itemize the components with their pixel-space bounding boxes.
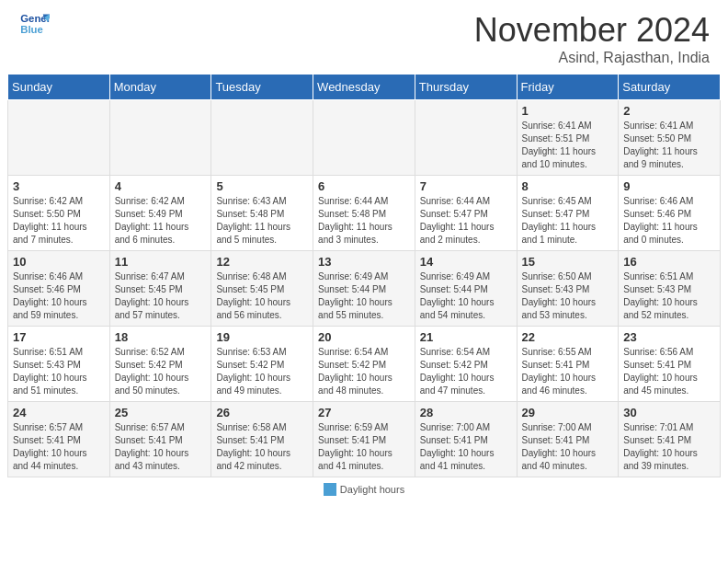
day-number: 12 <box>216 255 308 269</box>
calendar-cell <box>211 100 313 176</box>
day-info: Sunrise: 6:49 AM Sunset: 5:44 PM Dayligh… <box>420 270 512 322</box>
day-info: Sunrise: 6:57 AM Sunset: 5:41 PM Dayligh… <box>115 421 207 473</box>
calendar-header: SundayMondayTuesdayWednesdayThursdayFrid… <box>8 75 721 100</box>
calendar-cell: 27Sunrise: 6:59 AM Sunset: 5:41 PM Dayli… <box>313 402 415 477</box>
day-number: 10 <box>13 255 105 269</box>
day-number: 3 <box>13 179 105 193</box>
day-number: 22 <box>522 330 614 344</box>
day-info: Sunrise: 6:53 AM Sunset: 5:42 PM Dayligh… <box>216 346 308 397</box>
day-number: 27 <box>318 406 410 419</box>
calendar-cell: 16Sunrise: 6:51 AM Sunset: 5:43 PM Dayli… <box>619 251 721 327</box>
calendar-week-0: 1Sunrise: 6:41 AM Sunset: 5:51 PM Daylig… <box>8 100 721 176</box>
calendar-table: SundayMondayTuesdayWednesdayThursdayFrid… <box>7 74 721 477</box>
calendar-week-1: 3Sunrise: 6:42 AM Sunset: 5:50 PM Daylig… <box>8 176 721 251</box>
title-section: November 2024 Asind, Rajasthan, India <box>474 11 710 66</box>
day-number: 18 <box>115 330 207 344</box>
legend-item: Daylight hours <box>324 483 404 496</box>
calendar-cell: 18Sunrise: 6:52 AM Sunset: 5:42 PM Dayli… <box>109 327 211 402</box>
day-number: 19 <box>216 330 308 344</box>
day-info: Sunrise: 7:01 AM Sunset: 5:41 PM Dayligh… <box>623 421 715 473</box>
calendar-cell: 2Sunrise: 6:41 AM Sunset: 5:50 PM Daylig… <box>619 100 721 176</box>
weekday-header-monday: Monday <box>109 75 211 100</box>
logo-icon: General Blue <box>20 11 50 37</box>
day-number: 23 <box>623 330 715 344</box>
day-info: Sunrise: 6:48 AM Sunset: 5:45 PM Dayligh… <box>216 270 308 322</box>
calendar-cell <box>415 100 517 176</box>
day-info: Sunrise: 6:43 AM Sunset: 5:48 PM Dayligh… <box>216 195 308 247</box>
day-number: 8 <box>522 179 614 193</box>
day-number: 30 <box>623 406 715 419</box>
day-number: 21 <box>420 330 512 344</box>
calendar-cell <box>313 100 415 176</box>
calendar-week-2: 10Sunrise: 6:46 AM Sunset: 5:46 PM Dayli… <box>8 251 721 327</box>
page-header: General Blue November 2024 Asind, Rajast… <box>0 0 728 74</box>
day-info: Sunrise: 6:54 AM Sunset: 5:42 PM Dayligh… <box>318 346 410 397</box>
day-info: Sunrise: 6:51 AM Sunset: 5:43 PM Dayligh… <box>623 270 715 322</box>
day-info: Sunrise: 6:44 AM Sunset: 5:48 PM Dayligh… <box>318 195 410 247</box>
calendar-cell: 28Sunrise: 7:00 AM Sunset: 5:41 PM Dayli… <box>415 402 517 477</box>
day-number: 7 <box>420 179 512 193</box>
day-number: 5 <box>216 179 308 193</box>
calendar-cell: 3Sunrise: 6:42 AM Sunset: 5:50 PM Daylig… <box>8 176 110 251</box>
day-info: Sunrise: 6:50 AM Sunset: 5:43 PM Dayligh… <box>522 270 614 322</box>
calendar-week-3: 17Sunrise: 6:51 AM Sunset: 5:43 PM Dayli… <box>8 327 721 402</box>
day-info: Sunrise: 6:52 AM Sunset: 5:42 PM Dayligh… <box>115 346 207 397</box>
day-number: 29 <box>522 406 614 419</box>
calendar-cell <box>109 100 211 176</box>
day-info: Sunrise: 6:41 AM Sunset: 5:51 PM Dayligh… <box>522 120 614 171</box>
day-info: Sunrise: 6:45 AM Sunset: 5:47 PM Dayligh… <box>522 195 614 247</box>
day-info: Sunrise: 6:41 AM Sunset: 5:50 PM Dayligh… <box>623 120 715 171</box>
calendar-cell: 10Sunrise: 6:46 AM Sunset: 5:46 PM Dayli… <box>8 251 110 327</box>
legend: Daylight hours <box>0 477 728 500</box>
calendar-cell: 30Sunrise: 7:01 AM Sunset: 5:41 PM Dayli… <box>619 402 721 477</box>
legend-label: Daylight hours <box>340 484 404 495</box>
calendar-cell: 6Sunrise: 6:44 AM Sunset: 5:48 PM Daylig… <box>313 176 415 251</box>
day-number: 6 <box>318 179 410 193</box>
calendar-cell: 5Sunrise: 6:43 AM Sunset: 5:48 PM Daylig… <box>211 176 313 251</box>
calendar-cell: 21Sunrise: 6:54 AM Sunset: 5:42 PM Dayli… <box>415 327 517 402</box>
day-number: 14 <box>420 255 512 269</box>
calendar-cell: 12Sunrise: 6:48 AM Sunset: 5:45 PM Dayli… <box>211 251 313 327</box>
weekday-header-thursday: Thursday <box>415 75 517 100</box>
day-number: 2 <box>623 104 715 118</box>
day-info: Sunrise: 6:46 AM Sunset: 5:46 PM Dayligh… <box>623 195 715 247</box>
day-info: Sunrise: 6:56 AM Sunset: 5:41 PM Dayligh… <box>623 346 715 397</box>
calendar-body: 1Sunrise: 6:41 AM Sunset: 5:51 PM Daylig… <box>8 100 721 477</box>
calendar-cell: 22Sunrise: 6:55 AM Sunset: 5:41 PM Dayli… <box>517 327 619 402</box>
calendar-cell: 14Sunrise: 6:49 AM Sunset: 5:44 PM Dayli… <box>415 251 517 327</box>
day-number: 26 <box>216 406 308 419</box>
weekday-header-saturday: Saturday <box>619 75 721 100</box>
location-subtitle: Asind, Rajasthan, India <box>474 50 710 66</box>
day-info: Sunrise: 6:49 AM Sunset: 5:44 PM Dayligh… <box>318 270 410 322</box>
day-number: 9 <box>623 179 715 193</box>
day-number: 20 <box>318 330 410 344</box>
day-info: Sunrise: 6:44 AM Sunset: 5:47 PM Dayligh… <box>420 195 512 247</box>
calendar-cell: 8Sunrise: 6:45 AM Sunset: 5:47 PM Daylig… <box>517 176 619 251</box>
weekday-header-sunday: Sunday <box>8 75 110 100</box>
logo: General Blue <box>18 11 50 40</box>
calendar-cell: 20Sunrise: 6:54 AM Sunset: 5:42 PM Dayli… <box>313 327 415 402</box>
calendar-cell: 9Sunrise: 6:46 AM Sunset: 5:46 PM Daylig… <box>619 176 721 251</box>
weekday-header-friday: Friday <box>517 75 619 100</box>
day-info: Sunrise: 6:51 AM Sunset: 5:43 PM Dayligh… <box>13 346 105 397</box>
day-info: Sunrise: 7:00 AM Sunset: 5:41 PM Dayligh… <box>522 421 614 473</box>
calendar-cell: 26Sunrise: 6:58 AM Sunset: 5:41 PM Dayli… <box>211 402 313 477</box>
day-number: 13 <box>318 255 410 269</box>
day-info: Sunrise: 6:47 AM Sunset: 5:45 PM Dayligh… <box>115 270 207 322</box>
day-number: 11 <box>115 255 207 269</box>
weekday-header-tuesday: Tuesday <box>211 75 313 100</box>
day-info: Sunrise: 6:57 AM Sunset: 5:41 PM Dayligh… <box>13 421 105 473</box>
day-number: 1 <box>522 104 614 118</box>
calendar-cell: 17Sunrise: 6:51 AM Sunset: 5:43 PM Dayli… <box>8 327 110 402</box>
calendar-cell: 15Sunrise: 6:50 AM Sunset: 5:43 PM Dayli… <box>517 251 619 327</box>
legend-color-box <box>324 483 336 496</box>
calendar-cell: 4Sunrise: 6:42 AM Sunset: 5:49 PM Daylig… <box>109 176 211 251</box>
day-number: 24 <box>13 406 105 419</box>
day-info: Sunrise: 6:46 AM Sunset: 5:46 PM Dayligh… <box>13 270 105 322</box>
calendar-cell: 24Sunrise: 6:57 AM Sunset: 5:41 PM Dayli… <box>8 402 110 477</box>
day-number: 17 <box>13 330 105 344</box>
calendar-cell: 23Sunrise: 6:56 AM Sunset: 5:41 PM Dayli… <box>619 327 721 402</box>
day-number: 28 <box>420 406 512 419</box>
day-info: Sunrise: 7:00 AM Sunset: 5:41 PM Dayligh… <box>420 421 512 473</box>
weekday-header-wednesday: Wednesday <box>313 75 415 100</box>
